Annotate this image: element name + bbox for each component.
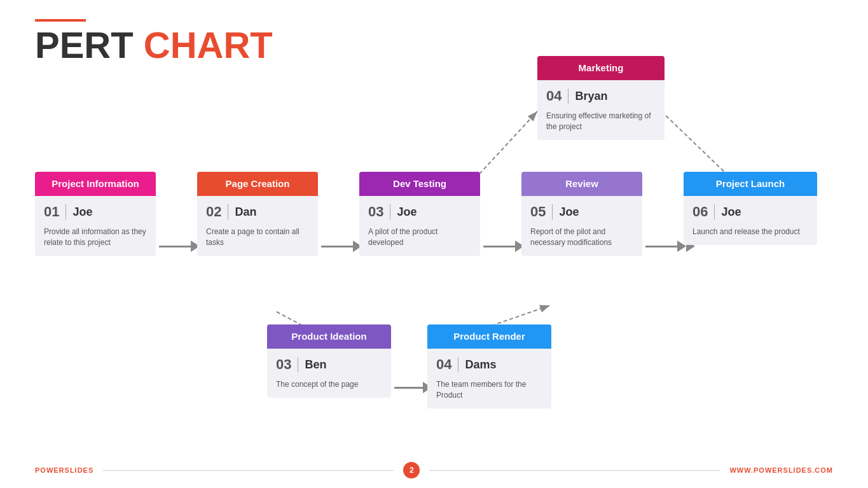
card-header-marketing: Marketing — [537, 56, 665, 80]
card-header-page-creation: Page Creation — [197, 172, 318, 196]
card-divider — [65, 204, 66, 220]
card-page-creation: Page Creation 02 Dan Create a page to co… — [197, 172, 318, 256]
card-marketing: Marketing 04 Bryan Ensuring effective ma… — [537, 56, 665, 140]
card-meta: 01 Joe — [44, 204, 147, 220]
card-header-review: Review — [521, 172, 642, 196]
footer-line-left — [103, 470, 394, 471]
header: PERT CHART — [35, 19, 273, 64]
footer-power: POWER — [35, 466, 65, 474]
page-title: PERT CHART — [35, 27, 273, 64]
card-header-dev-testing: Dev Testing — [359, 172, 480, 196]
title-pert: PERT — [35, 24, 134, 66]
title-chart: CHART — [144, 24, 273, 66]
header-accent-line — [35, 19, 86, 22]
card-header-product-render: Product Render — [427, 324, 551, 349]
footer-line-right — [429, 470, 720, 471]
footer-brand: POWERSLIDES — [35, 466, 93, 474]
card-review: Review 05 Joe Report of the pilot and ne… — [521, 172, 642, 256]
footer: POWERSLIDES 2 WWW.POWERSLIDES.COM — [0, 462, 868, 478]
footer-slides: SLIDES — [65, 466, 94, 474]
footer-website: WWW.POWERSLIDES.COM — [729, 466, 833, 474]
card-product-render: Product Render 04 Dams The team members … — [427, 324, 551, 408]
card-body-project-information: 01 Joe Provide all information as they r… — [35, 196, 156, 256]
card-project-launch: Project Launch 06 Joe Launch and release… — [684, 172, 817, 245]
card-header-project-information: Project Information — [35, 172, 156, 196]
card-product-ideation: Product Ideation 03 Ben The concept of t… — [267, 324, 391, 398]
card-header-project-launch: Project Launch — [684, 172, 817, 196]
card-header-product-ideation: Product Ideation — [267, 324, 391, 349]
card-dev-testing: Dev Testing 03 Joe A pilot of the produc… — [359, 172, 480, 256]
footer-page-number: 2 — [403, 462, 420, 478]
card-project-information: Project Information 01 Joe Provide all i… — [35, 172, 156, 256]
card-body-page-creation: 02 Dan Create a page to contain all task… — [197, 196, 318, 256]
